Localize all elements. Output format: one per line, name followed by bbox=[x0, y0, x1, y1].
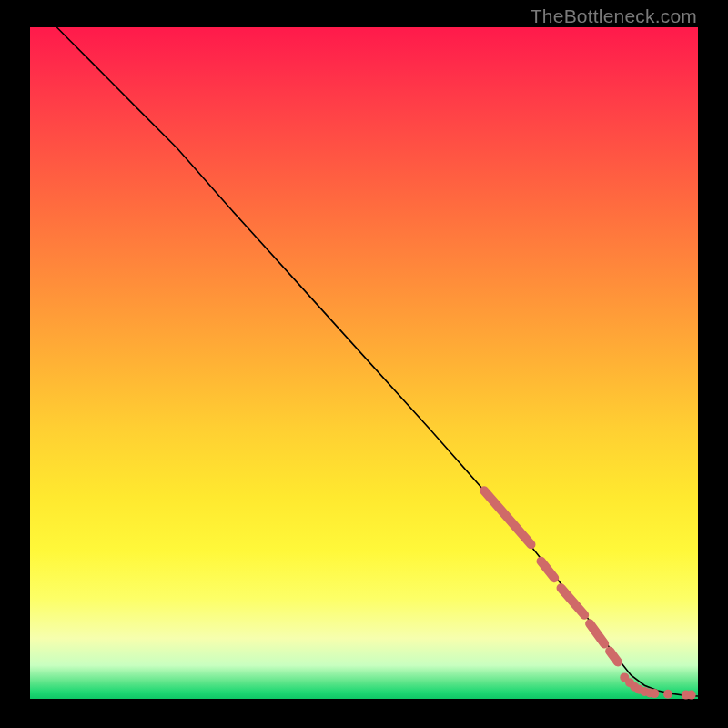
curve-line bbox=[56, 27, 698, 696]
chart-svg bbox=[30, 27, 698, 699]
highlight-segment bbox=[590, 623, 604, 643]
highlight-segment bbox=[484, 490, 531, 544]
chart-frame: TheBottleneck.com bbox=[0, 0, 728, 728]
watermark-text: TheBottleneck.com bbox=[531, 5, 697, 27]
highlighted-segments bbox=[484, 490, 618, 662]
highlight-dot bbox=[663, 690, 672, 699]
highlight-dot bbox=[650, 689, 659, 698]
highlight-segment bbox=[541, 561, 555, 579]
highlight-segment bbox=[561, 588, 585, 615]
highlight-segment bbox=[610, 652, 618, 662]
plot-area bbox=[30, 27, 698, 699]
highlighted-dots bbox=[620, 672, 695, 699]
highlight-dot bbox=[687, 691, 696, 700]
